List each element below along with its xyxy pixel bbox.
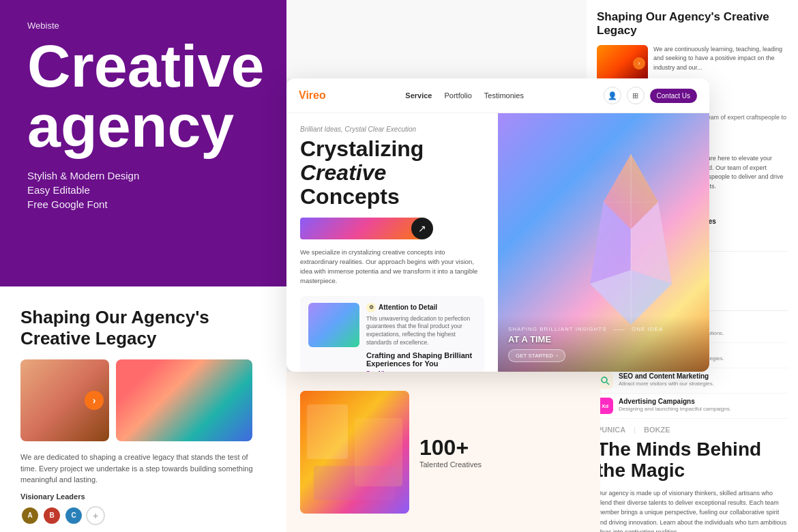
mc-title: Crystalizing Creative Concepts — [300, 137, 484, 209]
crystal-svg — [563, 147, 699, 338]
nav-user-icon[interactable]: 👤 — [604, 87, 621, 104]
get-started-arrow-icon: › — [556, 353, 558, 359]
nav-right: 👤 ⊞ Contact Us — [604, 87, 697, 104]
service-4-desc: Designing and launching impactful campai… — [619, 405, 731, 413]
carousel-nav[interactable]: › — [85, 391, 104, 410]
mc-card-icon: ⚙ — [366, 303, 376, 312]
mc-title-concepts: Concepts — [300, 184, 400, 209]
main-card-nav: Vireo Service Portfolio Testimonies 👤 ⊞ … — [286, 78, 709, 113]
avatar-plus[interactable]: + — [86, 506, 105, 525]
crystal-overlay: SHAPING BRILLIANT INSIGHTS —— ONE IDEA A… — [498, 316, 709, 372]
service-3-desc: Attract more visitors with our strategie… — [619, 380, 714, 387]
nav-logo-text: ireo — [306, 89, 325, 101]
mc-title-line1: Crystalizing — [300, 136, 424, 161]
brand-bokze: BOKZE — [644, 426, 670, 434]
tr-text: We are continuously learning, teaching, … — [653, 45, 788, 73]
ba-stats-container: 100+ Talented Creatives — [419, 435, 587, 469]
feature-list: Stylish & Modern Design Easy Editable Fr… — [27, 170, 259, 210]
mc-card-tag: ⚙ Attention to Detail — [366, 303, 476, 312]
br-title: The Minds Behind the Magic — [597, 439, 788, 482]
bottom-left-panel: Shaping Our Agency's Creative Legacy › W… — [0, 286, 286, 532]
service-3-content: SEO and Content Marketing Attract more v… — [619, 372, 714, 387]
avatar-3: C — [64, 506, 83, 525]
top-middle-bg — [286, 0, 587, 78]
service-4-title: Advertising Campaigns — [619, 398, 731, 405]
mc-desc: We specialize in crystalizing creative c… — [300, 248, 484, 286]
avatars-group: A B C + — [20, 506, 266, 525]
carousel-img-2 — [116, 359, 252, 441]
tr-img-nav[interactable]: › — [633, 57, 645, 70]
feature-2: Easy Editable — [27, 184, 259, 196]
rp-person-text: We are here to elevate your brand. Our t… — [696, 154, 788, 191]
bottom-left-title: Shaping Our Agency's Creative Legacy — [20, 307, 266, 349]
mc-title-em: Creative — [300, 160, 386, 185]
crystal-text: AT A TIME — [508, 334, 699, 346]
title-agency: agency — [27, 96, 259, 156]
service-4-content: Advertising Campaigns Designing and laun… — [619, 398, 731, 413]
panel-subtitle: Webiste — [27, 20, 259, 31]
ba-image — [300, 391, 409, 514]
contact-button[interactable]: Contact Us — [650, 89, 697, 103]
crystal-sub: SHAPING BRILLIANT INSIGHTS —— ONE IDEA — [508, 326, 699, 332]
nav-item-service[interactable]: Service — [405, 91, 432, 100]
mc-card-desc: This unwavering dedication to perfection… — [366, 315, 476, 348]
mc-card-title: Crafting and Shaping Brilliant Experienc… — [366, 351, 476, 368]
nav-logo: Vireo — [299, 89, 326, 102]
br-desc: Our agency is made up of visionary think… — [597, 488, 788, 532]
tr-title: Shaping Our Agency's Creative Legacy — [597, 10, 788, 38]
mc-card-label: Attention to Detail — [379, 304, 437, 311]
nav-item-portfolio[interactable]: Portfolio — [444, 91, 471, 100]
left-panel: Webiste Creative agency Stylish & Modern… — [0, 0, 286, 286]
carousel: › — [20, 359, 266, 441]
svg-rect-18 — [314, 466, 396, 500]
mc-subtitle: Brilliant Ideas, Crystal Clear Execution — [300, 125, 484, 133]
see-all-link[interactable]: See All — [366, 370, 476, 372]
top-right-panel: Shaping Our Agency's Creative Legacy › W… — [587, 0, 798, 82]
get-started-button[interactable]: GET STARTED › — [508, 349, 565, 362]
crystal-background: SHAPING BRILLIANT INSIGHTS —— ONE IDEA A… — [498, 113, 709, 372]
bottom-area: 100+ Talented Creatives — [286, 372, 600, 532]
mc-thumb-img — [308, 303, 359, 347]
tr-content: › We are continuously learning, teaching… — [597, 45, 788, 82]
svg-line-14 — [607, 383, 610, 385]
title-creative: Creative — [27, 36, 259, 96]
ba-stat-number: 100+ — [419, 435, 587, 460]
feature-1: Stylish & Modern Design — [27, 170, 259, 181]
svg-rect-16 — [307, 404, 348, 459]
main-card-right: SHAPING BRILLIANT INSIGHTS —— ONE IDEA A… — [498, 113, 709, 372]
ba-stat-label: Talented Creatives — [419, 460, 587, 469]
avatar-2: B — [42, 506, 61, 525]
mc-card-content: ⚙ Attention to Detail This unwavering de… — [366, 303, 476, 372]
bottom-left-desc: We are dedicated to shaping a creative l… — [20, 452, 266, 486]
ba-svg — [300, 391, 409, 514]
tr-image: › — [597, 45, 648, 82]
svg-point-13 — [602, 377, 607, 383]
service-item-3: SEO and Content Marketing Attract more v… — [597, 368, 788, 394]
avatar-1: A — [20, 506, 40, 525]
mc-bar-arrow[interactable]: ↗ — [411, 218, 433, 239]
brand-logos: PUNICA | BOKZE — [597, 426, 788, 434]
nav-items: Service Portfolio Testimonies — [340, 91, 590, 100]
brand-punica: PUNICA — [597, 426, 625, 434]
service-3-title: SEO and Content Marketing — [619, 372, 714, 380]
nav-item-testimonies[interactable]: Testimonies — [484, 91, 524, 100]
attention-card: ⚙ Attention to Detail This unwavering de… — [300, 296, 484, 372]
nav-grid-icon[interactable]: ⊞ — [627, 87, 645, 104]
nav-logo-v: V — [299, 89, 306, 101]
carousel-img-1: › — [20, 359, 109, 441]
main-card-left: Brilliant Ideas, Crystal Clear Execution… — [286, 113, 498, 372]
main-card: Vireo Service Portfolio Testimonies 👤 ⊞ … — [286, 78, 709, 372]
mc-color-bar: ↗ — [300, 218, 423, 239]
feature-3: Free Google Font — [27, 198, 259, 210]
main-card-body: Brilliant Ideas, Crystal Clear Execution… — [286, 113, 709, 372]
br-main-title: The Minds Behind the Magic Our agency is… — [597, 439, 788, 532]
service-item-4: Xd Advertising Campaigns Designing and l… — [597, 394, 788, 419]
visionary-label: Visionary Leaders — [20, 492, 266, 501]
brand-divider: | — [634, 426, 636, 434]
